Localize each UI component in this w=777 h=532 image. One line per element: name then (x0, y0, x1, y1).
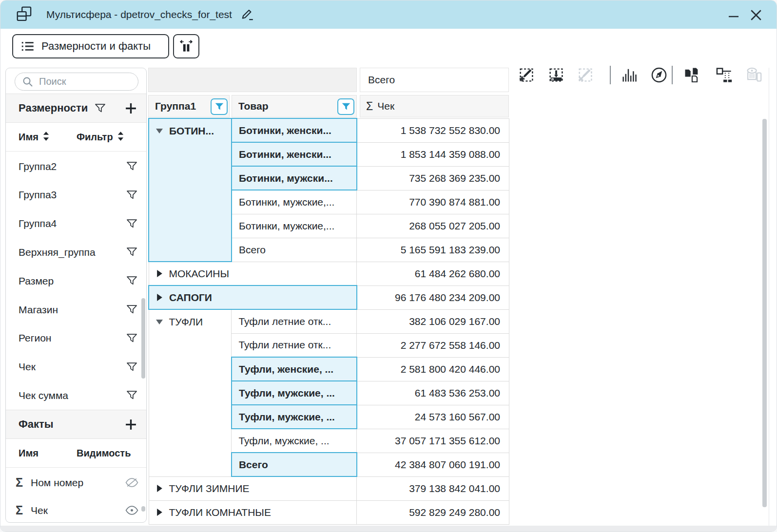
minimize-button[interactable] (725, 7, 742, 23)
value-cell[interactable]: 1 853 144 359 088.00 (357, 142, 509, 166)
product-cell[interactable]: Ботинки, мужски... (232, 166, 357, 190)
product-cell[interactable]: Всего (232, 453, 357, 476)
group-cell[interactable]: ТУФЛИ ЗИМНИЕ (149, 476, 357, 500)
value-cell[interactable]: 268 055 027 205.00 (357, 214, 509, 238)
row-filter-icon[interactable] (125, 160, 138, 173)
dimension-label: Верхняя_группа (19, 247, 96, 258)
product-cell[interactable]: Ботинки, мужские,... (232, 214, 357, 238)
product-cell[interactable]: Туфли, женские, ... (232, 357, 357, 381)
dimensions-name-col[interactable]: Имя (19, 132, 39, 143)
value-cell[interactable]: 42 384 807 060 191.00 (357, 453, 509, 476)
product-cell[interactable]: Туфли, мужские, ... (232, 429, 357, 453)
expand-arrow-icon[interactable] (156, 320, 163, 324)
value-cell[interactable]: 24 573 160 567.00 (357, 405, 509, 429)
dimension-row[interactable]: Группа2 (6, 152, 146, 181)
dimension-row[interactable]: Группа4 (6, 209, 146, 238)
product-header-label: Товар (238, 100, 268, 112)
value-cell[interactable]: 37 057 171 355 612.00 (357, 429, 509, 453)
toolbar-separator (610, 66, 611, 84)
facts-scrollbar[interactable] (141, 506, 145, 512)
value-cell[interactable]: 2 581 800 420 446.00 (357, 357, 509, 381)
dimensions-filter-icon[interactable] (94, 102, 107, 115)
value-cell[interactable]: 61 483 536 253.00 (357, 381, 509, 405)
product-cell[interactable]: Ботинки, мужские,... (232, 190, 357, 214)
dimensions-filter-col[interactable]: Фильтр (77, 132, 113, 143)
column-width-button[interactable] (173, 34, 199, 58)
horizontal-scrollbar-track[interactable] (0, 526, 777, 532)
collapse-arrow-icon[interactable] (157, 485, 162, 492)
row-filter-icon[interactable] (125, 303, 138, 316)
sidebar-scrollbar[interactable] (141, 298, 145, 379)
group-cell[interactable]: ТУФЛИ (149, 309, 232, 476)
dimension-row[interactable]: Верхняя_группа (6, 238, 146, 266)
dimension-label: Чек сумма (19, 390, 68, 401)
row-filter-icon[interactable] (125, 332, 138, 345)
copy-sheets-icon[interactable] (683, 66, 700, 84)
value-cell[interactable]: 735 268 369 235.00 (357, 166, 509, 190)
product-cell[interactable]: Ботинки, женски... (232, 142, 357, 166)
rename-pencil-icon[interactable] (240, 7, 254, 22)
fact-row[interactable]: ΣЧек (6, 496, 146, 523)
value-cell[interactable]: 61 484 262 680.00 (357, 262, 509, 285)
sort-icon[interactable] (117, 131, 124, 144)
expand-arrow-icon[interactable] (156, 129, 163, 133)
row-filter-icon[interactable] (125, 361, 138, 374)
pivot-total-header[interactable]: Всего (360, 68, 509, 92)
collapse-arrow-icon[interactable] (157, 294, 162, 301)
value-cell[interactable]: 5 165 591 183 239.00 (357, 238, 509, 262)
dimensions-facts-panel-button[interactable]: Размерности и факты (12, 34, 169, 58)
add-note-icon[interactable] (518, 66, 535, 84)
group-cell[interactable]: ТУФЛИ КОМНАТНЫЕ (149, 500, 357, 524)
dimension-row[interactable]: Регион (6, 324, 146, 353)
product-cell[interactable]: Туфли, мужские, ... (232, 405, 357, 429)
product-cell[interactable]: Ботинки, женски... (232, 118, 357, 142)
import-note-icon[interactable] (547, 66, 565, 84)
collapse-arrow-icon[interactable] (157, 509, 162, 516)
value-cell[interactable]: 770 390 874 881.00 (357, 190, 509, 214)
value-cell[interactable]: 96 176 480 234 209.00 (357, 285, 509, 309)
product-filter-button[interactable] (337, 98, 354, 115)
pivot-row: ТУФЛИТуфли летние отк...382 106 029 167.… (149, 309, 509, 333)
dimension-row[interactable]: Магазин (6, 295, 146, 324)
column-header-value[interactable]: Σ Чек (360, 95, 509, 117)
table-vertical-scrollbar[interactable] (762, 119, 767, 507)
group-cell[interactable]: МОКАСИНЫ (149, 262, 357, 285)
column-header-group1[interactable]: Группа1 (148, 95, 230, 117)
product-cell[interactable]: Туфли, мужские, ... (232, 381, 357, 405)
group-cell[interactable]: БОТИН... (149, 118, 232, 262)
value-cell[interactable]: 2 277 672 558 146.00 (357, 333, 509, 357)
visibility-off-icon[interactable] (125, 478, 138, 487)
search-input[interactable] (38, 76, 126, 88)
add-fact-button[interactable] (124, 418, 137, 431)
dimension-row[interactable]: Чек сумма (6, 381, 146, 410)
dimension-row[interactable]: Чек (6, 353, 146, 381)
dimension-row[interactable]: Размер (6, 266, 146, 295)
value-cell[interactable]: 592 829 249 280.00 (357, 500, 509, 524)
value-cell[interactable]: 1 538 732 552 830.00 (357, 118, 509, 142)
product-cell[interactable]: Всего (232, 238, 357, 262)
row-filter-icon[interactable] (125, 274, 138, 287)
group1-filter-button[interactable] (211, 98, 228, 115)
column-header-product[interactable]: Товар (232, 95, 357, 117)
sort-icon[interactable] (42, 131, 50, 144)
row-filter-icon[interactable] (125, 246, 138, 259)
product-cell[interactable]: Туфли летние отк... (232, 309, 357, 333)
value-cell[interactable]: 382 106 029 167.00 (357, 309, 509, 333)
row-filter-icon[interactable] (125, 189, 138, 202)
histogram-icon[interactable] (621, 66, 638, 84)
row-filter-icon[interactable] (125, 389, 138, 402)
visibility-on-icon[interactable] (125, 506, 138, 515)
collapse-arrow-icon[interactable] (157, 270, 162, 277)
group-cell[interactable]: САПОГИ (149, 285, 357, 309)
row-filter-icon[interactable] (125, 217, 138, 230)
fact-row[interactable]: ΣНом номер (6, 468, 146, 497)
add-dimension-button[interactable] (124, 102, 137, 115)
dimension-row[interactable]: Группа3 (6, 181, 146, 209)
hierarchy-icon[interactable] (715, 66, 733, 84)
close-button[interactable] (747, 7, 765, 23)
facts-visibility-col: Видимость (77, 448, 131, 459)
search-box[interactable] (15, 73, 138, 91)
compass-icon[interactable] (650, 66, 668, 84)
product-cell[interactable]: Туфли летние отк... (232, 333, 357, 357)
value-cell[interactable]: 379 138 842 041.00 (357, 476, 509, 500)
